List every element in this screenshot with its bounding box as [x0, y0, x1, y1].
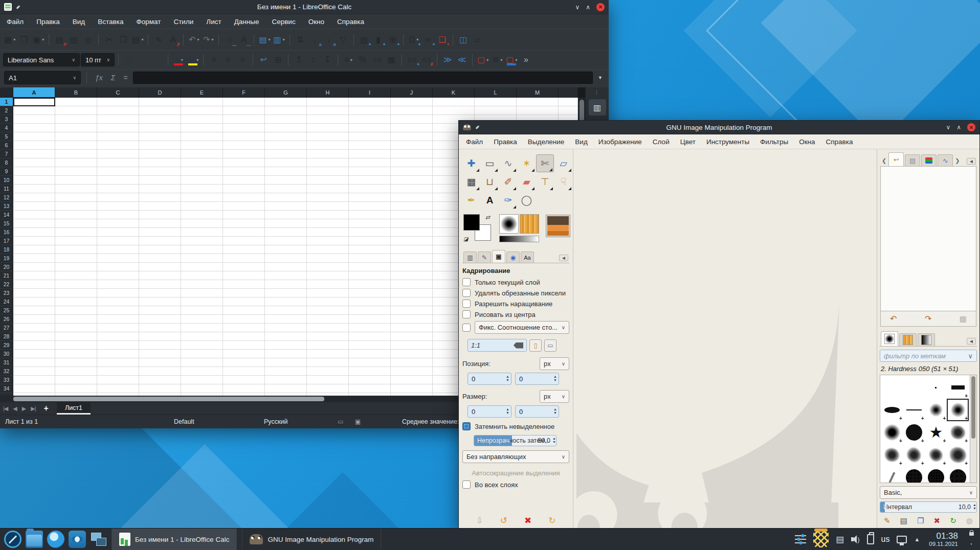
cell-E12[interactable] [181, 193, 223, 202]
selection-mode-icon[interactable]: ▭ [338, 418, 343, 425]
cell-D20[interactable] [139, 263, 181, 271]
cell-B21[interactable] [55, 271, 97, 280]
collapse-dock-icon[interactable]: ◄ [967, 338, 976, 345]
cell-E23[interactable] [181, 289, 223, 297]
function-wizard-icon[interactable]: ƒx [93, 74, 105, 82]
cell-F17[interactable] [223, 237, 265, 245]
text-tool[interactable]: A [481, 191, 499, 209]
cell-J20[interactable] [391, 263, 433, 271]
tab-paths[interactable]: ∿ [938, 154, 953, 166]
cell-C29[interactable] [97, 341, 139, 350]
column-header-K[interactable]: K [433, 87, 475, 98]
dropdown-arrow-icon[interactable]: ▾ [283, 37, 285, 42]
cell-I19[interactable] [349, 254, 391, 263]
media-player-icon[interactable] [69, 531, 86, 548]
cell-A4[interactable] [13, 124, 55, 132]
cell-G7[interactable] [265, 150, 307, 158]
sum-icon[interactable]: Σ [108, 74, 118, 82]
cell-G29[interactable] [265, 341, 307, 350]
sheet-tab[interactable]: Лист1 [57, 402, 91, 415]
cell-A15[interactable] [13, 219, 55, 228]
cell-J17[interactable] [391, 237, 433, 245]
spinner-arrows-icon[interactable]: ▲▼ [506, 408, 509, 415]
cut-button[interactable]: ✂ [102, 33, 116, 47]
cell-A16[interactable] [13, 228, 55, 237]
cell-A19[interactable] [13, 254, 55, 263]
cell-C27[interactable] [97, 324, 139, 332]
default-colors-icon[interactable]: ◪ [463, 236, 468, 242]
brush-thumbnail-slash[interactable]: + [881, 466, 903, 483]
cell-D1[interactable] [139, 98, 181, 106]
brush-thumbnail-hard-circle[interactable]: + [903, 421, 925, 444]
cell-J24[interactable] [391, 297, 433, 306]
cell-F2[interactable] [223, 106, 265, 115]
cell-B15[interactable] [55, 219, 97, 228]
cell-H17[interactable] [307, 237, 349, 245]
spinner-arrows-icon[interactable]: ▲▼ [506, 375, 509, 382]
cell-J33[interactable] [391, 376, 433, 384]
file-manager-icon[interactable] [26, 531, 43, 548]
all-layers-option[interactable]: Во всех слоях [462, 480, 569, 489]
show-draw-functions-button[interactable]: ▱ [471, 33, 484, 47]
cell-B32[interactable] [55, 367, 97, 376]
cell-C1[interactable] [97, 98, 139, 106]
cell-G28[interactable] [265, 332, 307, 341]
gimp-menu-item[interactable]: Правка [494, 138, 517, 146]
audio-mixer-icon[interactable] [795, 534, 806, 545]
cell-C16[interactable] [97, 228, 139, 237]
row-header-4[interactable]: 4 [0, 124, 13, 132]
sort-button[interactable]: ⇅ [294, 33, 307, 47]
dropdown-arrow-icon[interactable]: ▾ [196, 58, 198, 62]
cell-C25[interactable] [97, 306, 139, 315]
cell-C11[interactable] [97, 185, 139, 193]
column-header-J[interactable]: J [391, 87, 433, 98]
cell-G30[interactable] [265, 350, 307, 358]
column-header-I[interactable]: I [349, 87, 391, 98]
guides-dropdown[interactable]: Без направляющих ∨ [462, 450, 569, 463]
brush-thumbnail-acrylic2[interactable]: + [903, 444, 925, 466]
cell-D7[interactable] [139, 150, 181, 158]
cell-I7[interactable] [349, 150, 391, 158]
active-gradient-preview[interactable] [499, 236, 539, 242]
cell-E14[interactable] [181, 211, 223, 219]
cell-M1[interactable] [517, 98, 559, 106]
cell-I10[interactable] [349, 176, 391, 185]
increase-indent-button[interactable]: ≫ [441, 53, 454, 67]
cell-J27[interactable] [391, 324, 433, 332]
cell-D2[interactable] [139, 106, 181, 115]
cell-I2[interactable] [349, 106, 391, 115]
cell-H24[interactable] [307, 297, 349, 306]
cell-F12[interactable] [223, 193, 265, 202]
autofilter-button[interactable]: ▽ [337, 33, 350, 47]
cell-J4[interactable] [391, 124, 433, 132]
cell-A3[interactable] [13, 115, 55, 124]
cell-A1[interactable] [13, 98, 55, 106]
previous-sheet-icon[interactable]: ◀ [13, 405, 16, 412]
spinner-arrows-icon[interactable]: ▲▼ [553, 408, 557, 415]
cell-G18[interactable] [265, 245, 307, 254]
gimp-title-bar[interactable]: ✒ GNU Image Manipulation Program ∨ ∧ ✕ [459, 121, 979, 134]
cell-H11[interactable] [307, 185, 349, 193]
cell-H7[interactable] [307, 150, 349, 158]
dropdown-arrow-icon[interactable]: ▾ [13, 37, 15, 42]
cell-D21[interactable] [139, 271, 181, 280]
underline-button[interactable]: Ч [151, 53, 164, 67]
cell-E20[interactable] [181, 263, 223, 271]
cell-I31[interactable] [349, 358, 391, 367]
size-y-spinner[interactable]: 0 ▲▼ [515, 405, 559, 418]
cell-B3[interactable] [55, 115, 97, 124]
sort-ascending-button[interactable]: ↓а [308, 33, 321, 47]
expand-formula-bar-icon[interactable]: ▼ [596, 75, 605, 80]
paintbrush-tool[interactable]: ✐ [499, 173, 517, 191]
cell-E31[interactable] [181, 358, 223, 367]
removable-device-icon[interactable] [867, 534, 874, 544]
cell-F23[interactable] [223, 289, 265, 297]
cell-B13[interactable] [55, 202, 97, 211]
cell-B10[interactable] [55, 176, 97, 185]
checkbox-unchecked[interactable] [462, 480, 471, 489]
cell-C32[interactable] [97, 367, 139, 376]
row-header-33[interactable]: 33 [0, 376, 13, 384]
column-header-E[interactable]: E [181, 87, 223, 98]
cell-I18[interactable] [349, 245, 391, 254]
row-header-15[interactable]: 15 [0, 219, 13, 228]
